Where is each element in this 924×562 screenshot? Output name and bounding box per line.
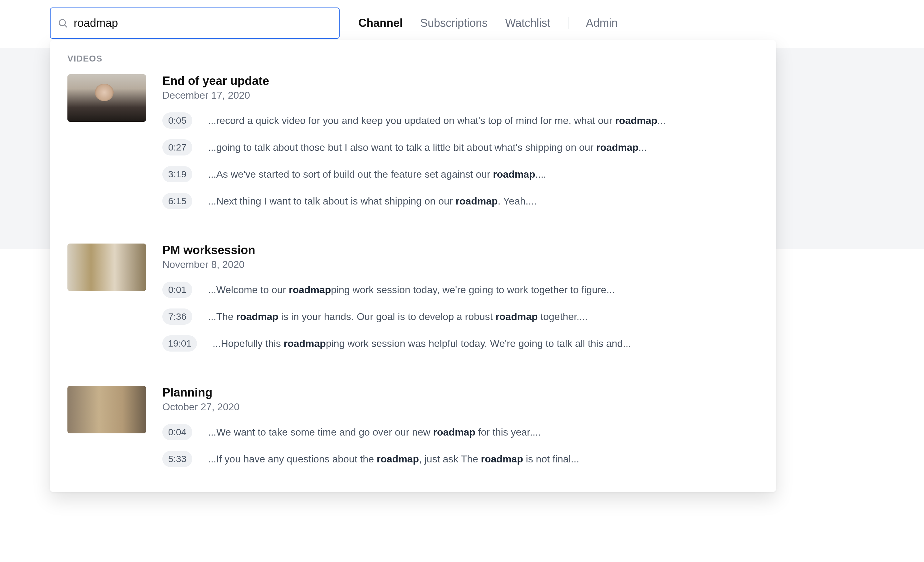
timestamp-pill[interactable]: 0:05 xyxy=(162,113,192,129)
excerpt-text: ...The roadmap is in your hands. Our goa… xyxy=(208,311,588,323)
transcript-excerpt-row[interactable]: 0:27...going to talk about those but I a… xyxy=(162,139,759,155)
nav-watchlist[interactable]: Watchlist xyxy=(505,17,550,30)
video-body: End of year updateDecember 17, 20200:05.… xyxy=(162,74,759,209)
excerpt-text: ...record a quick video for you and keep… xyxy=(208,115,666,126)
video-thumbnail[interactable] xyxy=(68,243,146,291)
excerpt-text: ...We want to take some time and go over… xyxy=(208,427,541,438)
timestamp-pill[interactable]: 19:01 xyxy=(162,335,197,352)
video-thumbnail[interactable] xyxy=(68,386,146,433)
timestamp-pill[interactable]: 7:36 xyxy=(162,308,192,325)
video-result[interactable]: PlanningOctober 27, 20200:04...We want t… xyxy=(68,386,759,467)
excerpt-text: ...going to talk about those but I also … xyxy=(208,142,647,153)
video-result[interactable]: PM worksessionNovember 8, 20200:01...Wel… xyxy=(68,243,759,352)
transcript-excerpt-row[interactable]: 19:01...Hopefully this roadmapping work … xyxy=(162,335,759,352)
search-field[interactable] xyxy=(50,8,340,39)
svg-point-0 xyxy=(59,20,66,26)
video-title[interactable]: PM worksession xyxy=(162,243,759,257)
nav-subscriptions[interactable]: Subscriptions xyxy=(420,17,488,30)
search-icon xyxy=(57,18,68,29)
transcript-excerpt-row[interactable]: 5:33...If you have any questions about t… xyxy=(162,451,759,467)
transcript-excerpt-row[interactable]: 0:04...We want to take some time and go … xyxy=(162,424,759,440)
video-date: October 27, 2020 xyxy=(162,401,759,413)
excerpt-text: ...Next thing I want to talk about is wh… xyxy=(208,195,537,207)
timestamp-pill[interactable]: 5:33 xyxy=(162,451,192,467)
transcript-excerpt-row[interactable]: 6:15...Next thing I want to talk about i… xyxy=(162,193,759,209)
transcript-excerpt-row[interactable]: 0:01...Welcome to our roadmapping work s… xyxy=(162,282,759,298)
nav-separator xyxy=(568,17,568,29)
excerpt-text: ...As we've started to sort of build out… xyxy=(208,168,546,180)
transcript-excerpt-row[interactable]: 7:36...The roadmap is in your hands. Our… xyxy=(162,308,759,325)
video-date: November 8, 2020 xyxy=(162,259,759,270)
svg-line-1 xyxy=(65,25,67,27)
timestamp-pill[interactable]: 6:15 xyxy=(162,193,192,209)
video-body: PM worksessionNovember 8, 20200:01...Wel… xyxy=(162,243,759,352)
nav-admin[interactable]: Admin xyxy=(586,17,618,30)
transcript-excerpt-row[interactable]: 3:19...As we've started to sort of build… xyxy=(162,166,759,182)
results-section-label: VIDEOS xyxy=(68,54,759,64)
videos-list: End of year updateDecember 17, 20200:05.… xyxy=(68,74,759,467)
timestamp-pill[interactable]: 0:01 xyxy=(162,282,192,298)
main-nav: Channel Subscriptions Watchlist Admin xyxy=(358,17,618,30)
video-result[interactable]: End of year updateDecember 17, 20200:05.… xyxy=(68,74,759,209)
search-results-dropdown: VIDEOS End of year updateDecember 17, 20… xyxy=(50,40,776,492)
video-body: PlanningOctober 27, 20200:04...We want t… xyxy=(162,386,759,467)
timestamp-pill[interactable]: 0:27 xyxy=(162,139,192,155)
timestamp-pill[interactable]: 3:19 xyxy=(162,166,192,182)
video-thumbnail[interactable] xyxy=(68,74,146,122)
excerpt-text: ...Welcome to our roadmapping work sessi… xyxy=(208,284,615,296)
nav-channel[interactable]: Channel xyxy=(358,17,403,30)
top-header: Channel Subscriptions Watchlist Admin xyxy=(0,0,924,39)
timestamp-pill[interactable]: 0:04 xyxy=(162,424,192,440)
search-input[interactable] xyxy=(74,17,332,30)
transcript-excerpt-row[interactable]: 0:05...record a quick video for you and … xyxy=(162,113,759,129)
video-title[interactable]: End of year update xyxy=(162,74,759,88)
video-date: December 17, 2020 xyxy=(162,90,759,101)
excerpt-text: ...If you have any questions about the r… xyxy=(208,453,579,465)
excerpt-text: ...Hopefully this roadmapping work sessi… xyxy=(213,338,631,349)
video-title[interactable]: Planning xyxy=(162,386,759,399)
